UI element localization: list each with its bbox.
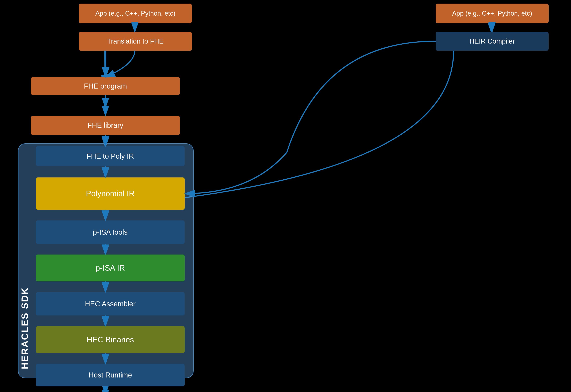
fhe-to-poly-ir-box: FHE to Poly IR (36, 146, 185, 166)
hec-assembler-box: HEC Assembler (36, 292, 185, 315)
hec-binaries-box: HEC Binaries (36, 326, 185, 353)
polynomial-ir-box: Polynomial IR (36, 177, 185, 210)
fhe-program-box: FHE program (31, 77, 180, 95)
translation-box: Translation to FHE (79, 32, 192, 51)
pisa-ir-box: p-ISA IR (36, 254, 185, 281)
host-runtime-box: Host Runtime (36, 364, 185, 386)
app-left-box: App (e.g., C++, Python, etc) (79, 4, 192, 23)
fhe-library-box: FHE library (31, 116, 180, 135)
app-right-box: App (e.g., C++, Python, etc) (436, 4, 549, 23)
pisa-tools-box: p-ISA tools (36, 221, 185, 244)
sdk-label: HERACLES SDK (19, 154, 30, 369)
heir-compiler-box: HEIR Compiler (436, 32, 549, 51)
